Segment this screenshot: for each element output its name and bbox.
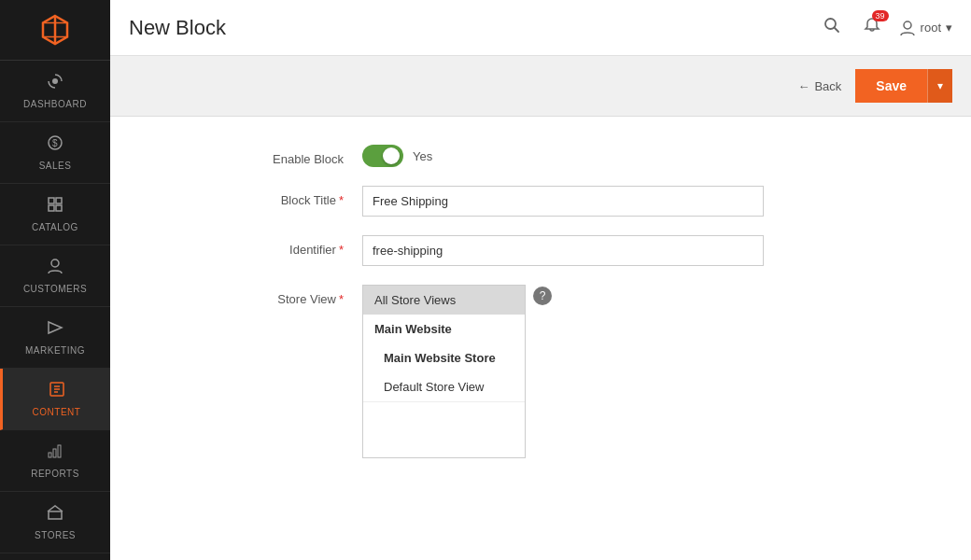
identifier-required: * — [339, 243, 344, 257]
identifier-label: Identifier* — [157, 235, 362, 257]
sidebar-label-stores: STORES — [35, 530, 76, 541]
svg-point-21 — [904, 21, 911, 29]
customers-icon — [46, 257, 64, 280]
dashboard-icon — [46, 72, 64, 95]
search-button[interactable] — [819, 12, 845, 43]
sidebar-item-system[interactable]: SYSTEM — [0, 553, 110, 560]
store-view-listbox[interactable]: All Store Views Main Website Main Websit… — [362, 285, 526, 458]
sidebar-item-stores[interactable]: STORES — [0, 492, 110, 553]
main-content: New Block 39 root ▾ ← Back Save ▾ — [110, 0, 971, 560]
sidebar-item-customers[interactable]: CUSTOMERS — [0, 245, 110, 307]
store-view-help-icon[interactable]: ? — [533, 287, 552, 305]
sidebar-item-sales[interactable]: $ SALES — [0, 122, 110, 184]
block-form: Enable Block Yes Block Title* — [157, 145, 924, 458]
header-actions: 39 root ▾ — [819, 12, 952, 43]
notification-button[interactable]: 39 — [859, 12, 885, 43]
content-icon — [48, 380, 66, 403]
form-content-area: Enable Block Yes Block Title* — [110, 117, 971, 560]
svg-rect-16 — [58, 445, 61, 457]
save-button[interactable]: Save — [855, 69, 927, 103]
page-header: New Block 39 root ▾ — [110, 0, 971, 56]
save-button-group: Save ▾ — [855, 69, 952, 103]
svg-rect-17 — [49, 511, 62, 519]
svg-point-1 — [52, 78, 58, 84]
toggle-thumb — [383, 147, 400, 164]
catalog-icon — [46, 195, 64, 218]
store-view-required: * — [339, 292, 344, 306]
svg-rect-5 — [56, 198, 62, 203]
user-label: root — [921, 21, 941, 35]
sidebar-item-reports[interactable]: REPORTS — [0, 430, 110, 492]
store-view-label: Store View* — [157, 285, 362, 306]
svg-rect-15 — [53, 449, 56, 457]
enable-block-control: Yes — [362, 145, 764, 167]
svg-rect-7 — [56, 205, 62, 211]
svg-marker-9 — [49, 322, 62, 333]
identifier-control — [362, 235, 764, 266]
svg-text:$: $ — [52, 138, 58, 148]
svg-point-8 — [51, 259, 59, 267]
sidebar-item-content[interactable]: CONTENT — [0, 369, 110, 430]
store-option-default-store-view[interactable]: Default Store View — [363, 372, 525, 401]
svg-rect-4 — [49, 198, 54, 203]
reports-icon — [46, 441, 64, 465]
sidebar-label-catalog: CATALOG — [32, 222, 78, 233]
sidebar: DASHBOARD $ SALES CATALOG CUSTOMERS MARK… — [0, 0, 110, 560]
store-listbox-empty-space — [363, 401, 525, 457]
store-view-row: Store View* All Store Views Main Website… — [157, 285, 924, 458]
toggle-value-label: Yes — [413, 149, 432, 163]
notification-badge: 39 — [872, 10, 889, 21]
stores-icon — [46, 503, 64, 526]
page-title: New Block — [129, 16, 819, 40]
svg-line-20 — [834, 28, 838, 33]
back-button[interactable]: ← Back — [797, 79, 841, 93]
block-title-label: Block Title* — [157, 186, 362, 207]
block-title-input[interactable] — [362, 186, 764, 217]
back-label: Back — [814, 79, 841, 93]
enable-block-row: Enable Block Yes — [157, 145, 924, 167]
marketing-icon — [46, 318, 64, 342]
identifier-input[interactable] — [362, 235, 764, 266]
sidebar-logo — [0, 0, 110, 61]
user-menu-button[interactable]: root ▾ — [899, 20, 952, 36]
block-title-row: Block Title* — [157, 186, 924, 217]
sidebar-item-marketing[interactable]: MARKETING — [0, 307, 110, 369]
sidebar-label-customers: CUSTOMERS — [23, 284, 87, 295]
store-option-main-website[interactable]: Main Website — [363, 315, 525, 343]
toggle-wrapper: Yes — [362, 145, 764, 167]
save-dropdown-button[interactable]: ▾ — [927, 69, 952, 103]
user-dropdown-icon: ▾ — [946, 21, 952, 35]
sidebar-item-catalog[interactable]: CATALOG — [0, 184, 110, 245]
back-arrow-icon: ← — [797, 79, 809, 93]
store-option-all[interactable]: All Store Views — [363, 286, 525, 315]
enable-block-toggle[interactable] — [362, 145, 403, 167]
sidebar-label-sales: SALES — [39, 161, 72, 172]
store-option-main-website-store[interactable]: Main Website Store — [363, 343, 525, 372]
sidebar-item-dashboard[interactable]: DASHBOARD — [0, 61, 110, 122]
svg-rect-14 — [49, 453, 51, 457]
identifier-row: Identifier* — [157, 235, 924, 266]
block-title-required: * — [339, 193, 344, 207]
block-title-control — [362, 186, 764, 217]
enable-block-label: Enable Block — [157, 145, 362, 166]
sidebar-label-marketing: MARKETING — [25, 345, 85, 357]
svg-rect-6 — [49, 205, 54, 211]
store-view-control: All Store Views Main Website Main Websit… — [362, 285, 552, 458]
sidebar-label-reports: REPORTS — [31, 469, 79, 480]
sales-icon: $ — [46, 133, 64, 157]
action-toolbar: ← Back Save ▾ — [110, 56, 971, 117]
sidebar-label-content: CONTENT — [33, 407, 81, 418]
sidebar-label-dashboard: DASHBOARD — [23, 99, 87, 110]
